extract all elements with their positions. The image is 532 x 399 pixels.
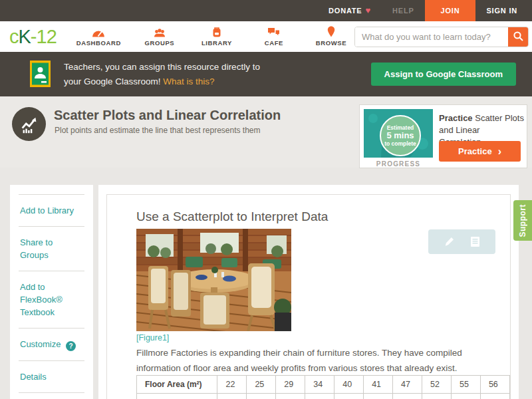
table-cell: 374 — [422, 394, 452, 399]
logo-letter-c: c — [9, 26, 19, 47]
browse-pin-icon — [327, 27, 335, 37]
heart-icon: ♥ — [365, 0, 371, 21]
section-heading: Use a Scatterplot to Interpret Data — [136, 209, 328, 224]
table-cell: 34 — [305, 376, 334, 394]
table-cell: 41 — [364, 376, 393, 394]
assign-to-google-classroom-button[interactable]: Assign to Google Classroom — [371, 63, 516, 86]
cafe-chat-bubbles-icon — [267, 27, 280, 37]
table-cell: 25 — [247, 376, 276, 394]
table-cell: 308 — [364, 394, 393, 399]
figure-caption-link[interactable]: [Figure1] — [136, 333, 169, 342]
estimated-time-circle: Estimated 5 mins to complete — [380, 115, 421, 156]
data-table: Floor Area (m²) 22 25 29 34 40 41 47 52 … — [136, 375, 510, 399]
estimated-minutes: 5 mins — [386, 131, 414, 140]
sidebar-item-customize[interactable]: Customize ? — [19, 328, 84, 360]
table-cell: 362 — [393, 394, 422, 399]
banner-text: Teachers, you can assign this resource d… — [64, 60, 260, 89]
highlighter-pen-icon[interactable] — [444, 236, 455, 247]
logo-suffix: -12 — [31, 26, 57, 47]
main-content-panel: Use a Scatterplot to Interpret Data — [98, 185, 519, 399]
table-cell: 235 — [247, 394, 276, 399]
sign-in-button[interactable]: SIGN IN — [475, 0, 528, 21]
table-cell: 217 — [276, 394, 305, 399]
practice-widget: Estimated 5 mins to complete PROGRESS Pr… — [359, 104, 527, 168]
support-tab-label: Support — [518, 204, 527, 237]
nav-item-browse[interactable]: BROWSE — [313, 27, 350, 47]
logo-letter-k: K — [19, 26, 31, 47]
figure-image-patio-furniture — [136, 229, 291, 331]
row-header: Weekly Profits ($) — [137, 394, 217, 399]
main-nav: cK-12 DASHBOARD GROUPS LIBRARY CAFE — [0, 21, 532, 52]
table-cell: 316 — [334, 394, 364, 399]
table-cell: 55 — [451, 376, 480, 394]
page-subtitle: Plot points and estimate the line that b… — [55, 126, 261, 135]
sidebar: Add to Library Share to Groups Add to Fl… — [10, 185, 93, 399]
google-classroom-banner: Teachers, you can assign this resource d… — [0, 52, 532, 96]
lesson-card: Use a Scatterplot to Interpret Data — [106, 194, 511, 399]
sidebar-item-add-to-flexbook[interactable]: Add to FlexBook® Textbook — [19, 271, 84, 328]
table-cell: 52 — [422, 376, 452, 394]
nav-item-label: LIBRARY — [201, 39, 232, 47]
practice-description-bold: Practice — [439, 113, 473, 123]
flexbook-line1: Add to FlexBook® — [20, 281, 83, 306]
search-icon — [513, 31, 524, 44]
search-input[interactable] — [355, 27, 508, 47]
practice-button[interactable]: Practice › — [439, 141, 521, 162]
table-cell: 40 — [334, 376, 364, 394]
table-cell: 244 — [305, 394, 334, 399]
search-button[interactable] — [508, 27, 528, 47]
row-header: Floor Area (m²) — [137, 376, 217, 394]
nav-item-label: BROWSE — [316, 39, 346, 47]
table-row-weekly-profits: Weekly Profits ($) 128 235 217 244 316 3… — [137, 394, 510, 399]
library-backpack-icon — [211, 27, 222, 37]
table-cell: 128 — [217, 394, 247, 399]
table-cell: 56 — [480, 376, 509, 394]
top-utility-bar: DONATE ♥ HELP JOIN SIGN IN — [0, 0, 532, 21]
ck12-page: DONATE ♥ HELP JOIN SIGN IN cK-12 DASHBOA… — [0, 0, 532, 399]
table-cell: 439 — [451, 394, 480, 399]
dashboard-gauge-icon — [92, 27, 105, 37]
support-tab[interactable]: Support — [513, 200, 532, 241]
question-badge-icon[interactable]: ? — [66, 341, 76, 351]
nav-item-label: DASHBOARD — [76, 39, 121, 47]
donate-button[interactable]: DONATE ♥ — [318, 0, 382, 21]
ck12-logo[interactable]: cK-12 — [9, 26, 57, 48]
banner-line2: your Google Classroom! — [64, 76, 161, 86]
sidebar-item-add-to-library[interactable]: Add to Library — [19, 194, 84, 226]
google-classroom-icon — [30, 61, 51, 90]
progress-label: PROGRESS — [364, 160, 433, 168]
customize-label: Customize — [20, 339, 61, 349]
help-link[interactable]: HELP — [382, 0, 425, 21]
banner-line1: Teachers, you can assign this resource d… — [64, 62, 260, 72]
sidebar-item-details[interactable]: Details — [19, 360, 84, 392]
practice-head-illustration: Estimated 5 mins to complete — [364, 109, 433, 158]
groups-people-icon — [154, 27, 166, 37]
sidebar-item-share-to-groups[interactable]: Share to Groups — [19, 226, 84, 271]
flexbook-line2: Textbook — [20, 306, 83, 319]
table-cell: 29 — [276, 376, 305, 394]
nav-item-library[interactable]: LIBRARY — [198, 27, 235, 47]
nav-item-cafe[interactable]: CAFE — [255, 27, 293, 47]
notes-document-icon[interactable] — [470, 236, 480, 247]
scatter-plot-badge-icon — [12, 107, 46, 141]
table-cell: 474 — [480, 394, 509, 399]
table-row-floor-area: Floor Area (m²) 22 25 29 34 40 41 47 52 … — [137, 376, 510, 394]
table-cell: 47 — [393, 376, 422, 394]
sidebar-item-resources[interactable]: Resources — [19, 392, 84, 399]
practice-button-label: Practice — [458, 146, 492, 156]
page-title: Scatter Plots and Linear Correlation — [54, 108, 281, 123]
nav-item-label: GROUPS — [145, 39, 175, 47]
annotation-toolbar — [428, 229, 495, 254]
nav-item-label: CAFE — [265, 39, 283, 47]
nav-item-groups[interactable]: GROUPS — [141, 27, 178, 47]
table-cell: 22 — [217, 376, 247, 394]
estimated-suffix: to complete — [384, 140, 416, 147]
lesson-paragraph: Fillmore Factories is expanding their ch… — [136, 345, 495, 376]
donate-label: DONATE — [329, 0, 362, 21]
nav-item-dashboard[interactable]: DASHBOARD — [76, 27, 121, 47]
search-box — [354, 27, 529, 47]
chevron-right-icon: › — [498, 147, 501, 156]
what-is-this-link[interactable]: What is this? — [163, 76, 214, 86]
join-button[interactable]: JOIN — [425, 0, 476, 21]
